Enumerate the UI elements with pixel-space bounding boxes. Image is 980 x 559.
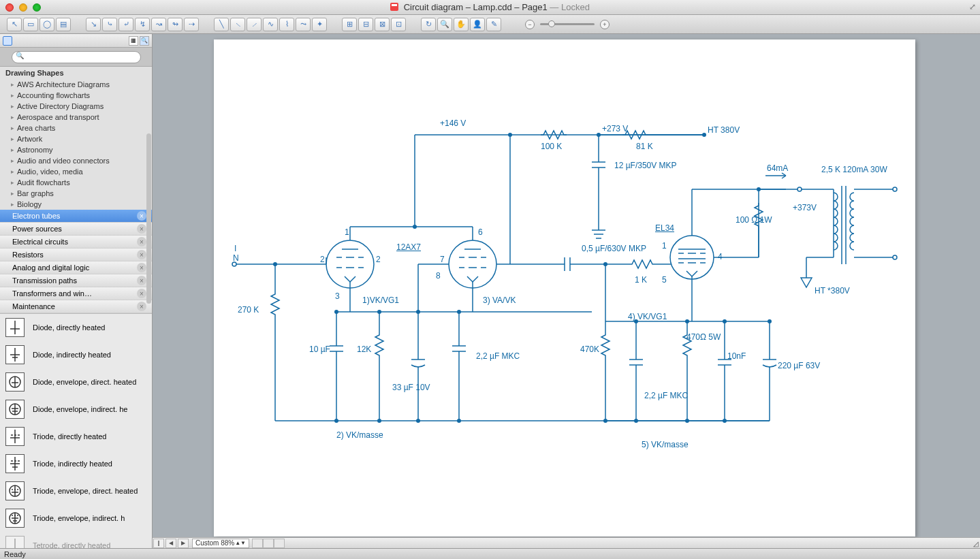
category-item[interactable]: Bar graphs (0, 188, 152, 199)
page-tab[interactable] (252, 539, 263, 548)
grid-view-icon[interactable]: ▦ (129, 36, 138, 46)
category-item[interactable]: Active Directory Diagrams (0, 101, 152, 112)
drawing-canvas[interactable]: I N 270 K 1 2 2 3 12AX7 +146 V 6 7 8 1)V… (214, 39, 915, 537)
label: 2 (320, 255, 325, 264)
connector-tool-1[interactable]: ↘ (86, 18, 101, 31)
connector-tool-5[interactable]: ↝ (151, 18, 166, 31)
scroll-left-icon[interactable]: ‖ (153, 539, 164, 548)
canvas-area[interactable]: I N 270 K 1 2 2 3 12AX7 +146 V 6 7 8 1)V… (153, 34, 980, 548)
line-tool-2[interactable]: ⟍ (230, 18, 245, 31)
category-item[interactable]: Area charts (0, 123, 152, 133)
connector-tool-7[interactable]: ⇢ (184, 18, 199, 31)
library-item[interactable]: Power sources× (0, 223, 152, 236)
page-tab[interactable] (263, 539, 274, 548)
shape-item[interactable]: Diode, envelope, direct. heated (0, 368, 152, 396)
zoom-window-button[interactable] (33, 3, 41, 12)
label: 8 (436, 271, 441, 281)
hand-tool[interactable]: ✋ (454, 18, 469, 31)
zoom-slider[interactable]: − + (525, 20, 610, 29)
connector-tool-6[interactable]: ↬ (168, 18, 183, 31)
line-tool-4[interactable]: ∿ (263, 18, 278, 31)
ellipse-tool[interactable]: ◯ (39, 18, 54, 31)
category-scrollbar[interactable] (146, 133, 151, 304)
search-tab-icon[interactable]: 🔍 (140, 36, 149, 46)
line-tool-1[interactable]: ╲ (214, 18, 229, 31)
label: 2,2 µF MKC (644, 391, 678, 400)
layout-tool-3[interactable]: ⊠ (375, 18, 390, 31)
category-list[interactable]: Drawing Shapes AWS Architecture Diagrams… (0, 67, 152, 210)
library-item[interactable]: Transmission paths× (0, 274, 152, 287)
line-tool-7[interactable]: ✦ (312, 18, 327, 31)
category-item[interactable]: Audio, video, media (0, 166, 152, 177)
connector-tool-2[interactable]: ⤷ (102, 18, 117, 31)
shape-item[interactable]: Diode, directly heated (0, 314, 152, 341)
minimize-window-button[interactable] (19, 3, 27, 12)
shape-item[interactable]: Triode, envelope, direct. heated (0, 477, 152, 505)
resize-grip-icon[interactable]: ◿ (973, 540, 979, 547)
refresh-tool[interactable]: ↻ (421, 18, 436, 31)
prev-page-icon[interactable]: ◀ (165, 539, 176, 548)
close-window-button[interactable] (5, 3, 14, 12)
label: 10nF (727, 351, 746, 361)
zoom-tool[interactable]: 🔍 (437, 18, 452, 31)
zoom-out-icon[interactable]: − (525, 20, 535, 29)
shape-item[interactable]: Triode, envelope, indirect. h (0, 505, 152, 532)
category-item[interactable]: AWS Architecture Diagrams (0, 79, 152, 90)
label: 2 (376, 255, 381, 264)
category-item[interactable]: Audio and video connectors (0, 155, 152, 166)
category-item[interactable]: Aerospace and transport (0, 112, 152, 123)
zoom-track[interactable] (540, 23, 595, 25)
close-icon[interactable]: × (137, 276, 146, 285)
category-item[interactable]: Biology (0, 199, 152, 210)
svg-point-63 (449, 240, 496, 288)
library-tab-icon[interactable] (3, 36, 12, 46)
close-icon[interactable]: × (137, 250, 146, 259)
zoom-thumb[interactable] (548, 20, 555, 27)
sidebar-search-input[interactable] (12, 51, 141, 63)
page-tab[interactable] (274, 539, 285, 548)
library-item[interactable]: Resistors× (0, 249, 152, 261)
shape-item[interactable]: Triode, indirectly heated (0, 450, 152, 477)
text-tool[interactable]: ▤ (56, 18, 71, 31)
pointer-tool[interactable]: ↖ (7, 18, 22, 31)
layout-tool-1[interactable]: ⊞ (342, 18, 357, 31)
close-icon[interactable]: × (137, 302, 146, 311)
close-icon[interactable]: × (137, 263, 146, 272)
library-item[interactable]: Transformers and win…× (0, 287, 152, 300)
connector-tool-3[interactable]: ⤶ (118, 18, 133, 31)
fullscreen-icon[interactable]: ⤢ (969, 2, 976, 12)
connector-tool-4[interactable]: ↯ (135, 18, 150, 31)
line-tool-6[interactable]: ⤳ (296, 18, 311, 31)
page-tabs[interactable] (252, 539, 285, 548)
shape-item[interactable]: Tetrode, directly heated (0, 532, 152, 548)
category-item[interactable]: Accounting flowcharts (0, 90, 152, 101)
close-icon[interactable]: × (137, 237, 146, 246)
shape-item[interactable]: Diode, envelope, indirect. he (0, 396, 152, 423)
next-page-icon[interactable]: ▶ (178, 539, 189, 548)
person-tool[interactable]: 👤 (470, 18, 485, 31)
layout-tool-2[interactable]: ⊟ (358, 18, 373, 31)
shape-palette[interactable]: Diode, directly heated Diode, indirectly… (0, 313, 152, 548)
library-item-electron-tubes[interactable]: Electron tubes× (0, 210, 152, 223)
zoom-in-icon[interactable]: + (600, 20, 610, 29)
label: 270 K (238, 305, 259, 315)
category-item[interactable]: Astronomy (0, 144, 152, 155)
zoom-level-field[interactable]: Custom 88%▲▼ (192, 539, 249, 548)
pen-tool[interactable]: ✎ (486, 18, 501, 31)
shape-item[interactable]: Diode, indirectly heated (0, 341, 152, 368)
category-item[interactable]: Audit flowcharts (0, 177, 152, 188)
close-icon[interactable]: × (137, 224, 146, 234)
line-tool-3[interactable]: ⟋ (247, 18, 262, 31)
close-icon[interactable]: × (137, 289, 146, 298)
document-locked-label: — Locked (550, 2, 590, 12)
line-tool-5[interactable]: ⌇ (279, 18, 294, 31)
shape-item[interactable]: Triode, directly heated (0, 423, 152, 450)
close-icon[interactable]: × (137, 211, 146, 221)
label: 3) VA/VK (483, 296, 516, 305)
rectangle-tool[interactable]: ▭ (23, 18, 38, 31)
library-item[interactable]: Analog and digital logic× (0, 261, 152, 274)
category-item[interactable]: Artwork (0, 133, 152, 144)
library-item[interactable]: Electrical circuits× (0, 236, 152, 249)
library-item[interactable]: Maintenance× (0, 300, 152, 313)
layout-tool-4[interactable]: ⊡ (391, 18, 406, 31)
